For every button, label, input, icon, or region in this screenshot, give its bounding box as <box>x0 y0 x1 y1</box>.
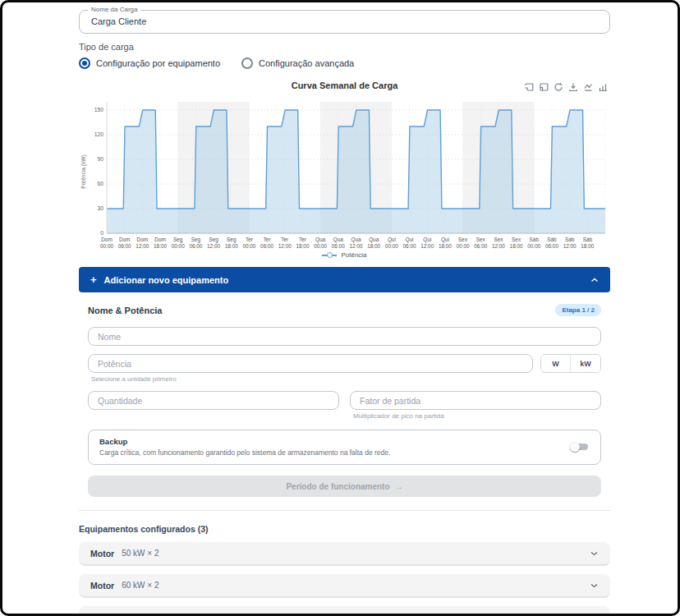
equipment-row[interactable]: Motor60 kW × 2 <box>79 574 610 598</box>
svg-text:Qua: Qua <box>369 237 379 243</box>
equipment-name-input[interactable] <box>88 327 601 346</box>
svg-text:Sex: Sex <box>494 237 503 242</box>
svg-text:12:00: 12:00 <box>207 243 220 249</box>
svg-text:06:00: 06:00 <box>403 243 416 249</box>
svg-text:Sex: Sex <box>512 237 521 242</box>
power-input[interactable] <box>88 354 533 373</box>
equipment-detail: 60 kW × 2 <box>122 581 159 590</box>
svg-text:Ter: Ter <box>264 237 272 242</box>
equipment-list-title: Equipamentos configurados (3) <box>79 524 610 534</box>
svg-text:0: 0 <box>100 230 103 236</box>
svg-text:06:00: 06:00 <box>118 243 131 249</box>
weekly-load-chart: Curva Semanal de Carga <box>79 80 610 259</box>
svg-text:Seg: Seg <box>191 237 201 243</box>
svg-text:Qui: Qui <box>441 237 449 243</box>
load-name-label: Nome da Carga <box>88 6 140 13</box>
svg-text:00:00: 00:00 <box>457 243 470 249</box>
app-window: Nome da Carga Tipo de carga Configuração… <box>0 0 680 616</box>
svg-text:Ter: Ter <box>281 237 289 242</box>
chart-toolbar <box>522 80 609 93</box>
svg-text:Sáb: Sáb <box>530 237 540 242</box>
svg-text:00:00: 00:00 <box>242 243 255 249</box>
svg-text:00:00: 00:00 <box>314 243 327 249</box>
svg-text:Ter: Ter <box>246 237 254 242</box>
arrow-right-icon: → <box>395 482 403 491</box>
unit-toggle-group: W kW <box>540 354 601 373</box>
svg-text:12:00: 12:00 <box>420 243 434 249</box>
svg-text:90: 90 <box>97 156 103 162</box>
section-title: Nome & Potência <box>88 306 162 315</box>
svg-text:12:00: 12:00 <box>136 243 149 249</box>
svg-text:30: 30 <box>97 205 103 211</box>
reset-zoom-icon[interactable] <box>537 80 549 93</box>
equipment-name: Motor <box>90 581 114 591</box>
radio-config-por-equipamento[interactable]: Configuração por equipamento <box>79 57 220 69</box>
svg-text:06:00: 06:00 <box>189 243 202 249</box>
quantity-input[interactable] <box>88 391 339 410</box>
svg-text:Ter: Ter <box>299 237 307 242</box>
svg-text:Qua: Qua <box>351 237 361 243</box>
svg-text:18:00: 18:00 <box>154 243 167 249</box>
add-equipment-form: Nome & Potência Etapa 1 / 2 Selecione a … <box>79 292 610 511</box>
add-equipment-header[interactable]: + Adicionar novo equipamento <box>79 267 610 292</box>
chevron-down-icon <box>590 550 599 557</box>
svg-text:Qua: Qua <box>315 237 326 243</box>
svg-text:Seg: Seg <box>209 237 218 243</box>
svg-text:00:00: 00:00 <box>172 243 185 249</box>
equipment-name: Motor <box>90 549 114 559</box>
radio-config-avancada[interactable]: Configuração avançada <box>241 57 354 69</box>
chevron-up-icon <box>590 277 599 283</box>
plus-icon: + <box>90 274 97 286</box>
svg-text:Dom: Dom <box>137 237 149 242</box>
start-factor-input[interactable] <box>350 391 601 410</box>
bar-chart-icon[interactable] <box>596 80 609 93</box>
svg-text:Qui: Qui <box>406 237 414 243</box>
svg-text:Qui: Qui <box>388 237 396 243</box>
chart-plot-area[interactable]: 0306090120150Dom00:00Dom06:00Dom12:00Dom… <box>79 95 610 250</box>
period-step-button[interactable]: Período de funcionamento → <box>88 476 601 497</box>
load-name-input[interactable] <box>90 16 601 27</box>
backup-card: Backup Carga crítica, com funcionamento … <box>88 430 601 465</box>
unit-w-button[interactable]: W <box>541 355 571 372</box>
svg-text:18:00: 18:00 <box>296 243 309 249</box>
zoom-box-icon[interactable] <box>522 80 535 93</box>
legend-line-marker-icon <box>322 252 337 259</box>
svg-text:00:00: 00:00 <box>385 243 398 249</box>
load-type-radio-group: Configuração por equipamento Configuraçã… <box>79 57 610 69</box>
svg-text:Qua: Qua <box>333 237 344 243</box>
toggle-thumb-icon <box>570 442 580 452</box>
chevron-down-icon <box>590 582 599 589</box>
legend-label: Potência <box>341 251 366 259</box>
svg-text:06:00: 06:00 <box>332 243 345 249</box>
svg-text:Sáb: Sáb <box>583 237 593 242</box>
equipment-name: Base <box>90 613 111 616</box>
equipment-row[interactable]: Motor50 kW × 2 <box>79 542 610 566</box>
svg-text:00:00: 00:00 <box>100 243 113 249</box>
load-name-field: Nome da Carga <box>79 10 610 34</box>
svg-text:18:00: 18:00 <box>581 243 594 249</box>
radio-unselected-icon <box>241 57 253 69</box>
svg-text:12:00: 12:00 <box>278 243 292 249</box>
svg-text:Sáb: Sáb <box>547 237 557 242</box>
step-badge: Etapa 1 / 2 <box>555 304 601 316</box>
chart-legend[interactable]: Potência <box>79 251 610 259</box>
unit-kw-button[interactable]: kW <box>571 355 600 372</box>
svg-text:Qui: Qui <box>423 237 431 243</box>
restore-icon[interactable] <box>552 80 564 93</box>
svg-text:18:00: 18:00 <box>510 243 523 249</box>
svg-text:12:00: 12:00 <box>492 243 505 249</box>
download-icon[interactable] <box>567 80 579 93</box>
power-helper: Selecione a unidade primeiro <box>91 375 533 383</box>
backup-toggle[interactable] <box>570 441 590 453</box>
svg-text:Dom: Dom <box>119 237 131 242</box>
autoscale-icon[interactable] <box>581 80 594 93</box>
equipment-detail: 50 kW × 2 <box>122 549 159 558</box>
equipment-list: Motor50 kW × 2Motor60 kW × 2Base30 kW × … <box>79 542 610 616</box>
svg-text:60: 60 <box>97 181 103 186</box>
backup-description: Carga crítica, com funcionamento garanti… <box>99 448 390 457</box>
start-factor-helper: Multiplicador de pico na partida <box>353 412 601 420</box>
svg-text:120: 120 <box>94 131 104 137</box>
svg-text:18:00: 18:00 <box>367 243 380 249</box>
svg-text:Seg: Seg <box>173 237 183 243</box>
equipment-row[interactable]: Base30 kW × 1 <box>79 606 610 616</box>
